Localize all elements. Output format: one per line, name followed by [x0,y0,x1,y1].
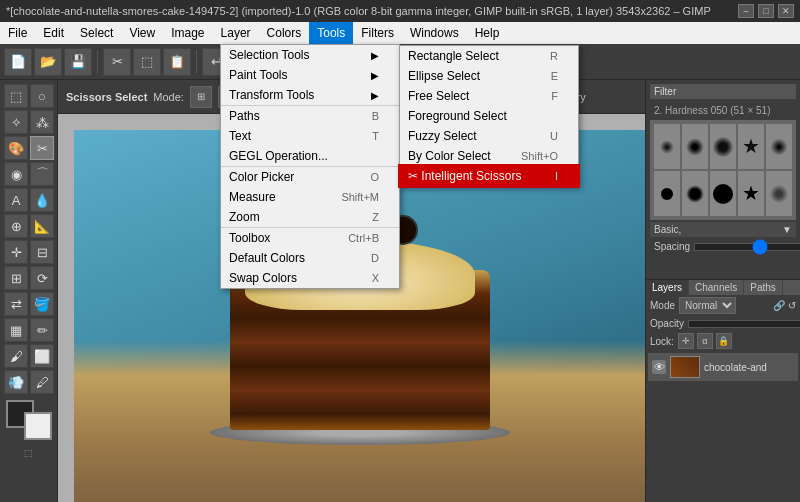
submenu-fuzzy-select[interactable]: Fuzzy Select U [400,126,578,146]
menu-filters[interactable]: Filters [353,22,402,44]
tool-align[interactable]: ⊟ [30,240,54,264]
submenu-foreground-select[interactable]: Foreground Select [400,106,578,126]
menu-tools[interactable]: Tools [309,22,353,44]
tool-text[interactable]: A [4,188,28,212]
menu-colors[interactable]: Colors [259,22,310,44]
tab-paths[interactable]: Paths [744,280,783,295]
tool-fuzzy-select[interactable]: ⁂ [30,110,54,134]
brush-item-6[interactable] [654,171,680,216]
brush-item-1[interactable] [654,124,680,169]
tool-ellipse-select[interactable]: ○ [30,84,54,108]
tool-eraser[interactable]: ⬜ [30,344,54,368]
toolbar-paste[interactable]: 📋 [163,48,191,76]
tools-gegl[interactable]: GEGL Operation... [221,146,399,166]
tool-zoom[interactable]: ⊕ [4,214,28,238]
menu-layer[interactable]: Layer [213,22,259,44]
lock-all[interactable]: 🔒 [716,333,732,349]
tools-text[interactable]: Text T [221,126,399,146]
toolbar-cut[interactable]: ✂ [103,48,131,76]
brush-item-9[interactable] [738,171,764,216]
tools-default-colors[interactable]: Default Colors D [221,248,399,268]
submenu-rectangle-select[interactable]: Rectangle Select R [400,46,578,66]
tool-move[interactable]: ✛ [4,240,28,264]
right-panel: Filter 2. Hardness 050 (51 × 51) Basic, … [645,80,800,502]
brush-item-7[interactable] [682,171,708,216]
layer-opacity-row: Opacity 100.0 [646,316,800,331]
tool-free-select[interactable]: ⟡ [4,110,28,134]
menu-view[interactable]: View [121,22,163,44]
submenu-free-select[interactable]: Free Select F [400,86,578,106]
tools-paths[interactable]: Paths B [221,105,399,126]
tab-layers[interactable]: Layers [646,280,689,295]
tool-rect-select[interactable]: ⬚ [4,84,28,108]
toolbar-sep-2 [196,50,197,74]
brush-item-4[interactable] [738,124,764,169]
basic-row: Basic, ▼ [650,222,796,237]
tool-paths[interactable]: ⌒ [30,162,54,186]
tool-scissors[interactable]: ✂ [30,136,54,160]
tools-zoom[interactable]: Zoom Z [221,207,399,227]
menu-help[interactable]: Help [467,22,508,44]
mode-replace[interactable]: ⊞ [190,86,212,108]
tools-color-picker[interactable]: Color Picker O [221,166,399,187]
brush-item-10[interactable] [766,171,792,216]
menu-windows[interactable]: Windows [402,22,467,44]
submenu-by-color-select[interactable]: By Color Select Shift+O [400,146,578,166]
maximize-button[interactable]: □ [758,4,774,18]
toolbar-new[interactable]: 📄 [4,48,32,76]
submenu-intelligent-scissors[interactable]: ✂ Intelligent Scissors I [400,166,578,186]
tool-airbrush[interactable]: 💨 [4,370,28,394]
tool-by-color[interactable]: 🎨 [4,136,28,160]
brush-item-5[interactable] [766,124,792,169]
layer-visibility-toggle[interactable]: 👁 [652,360,666,374]
layer-lock-row: Lock: ✛ α 🔒 [646,331,800,351]
spacing-slider[interactable] [694,243,800,251]
menu-image[interactable]: Image [163,22,212,44]
tool-pencil[interactable]: ✏ [30,318,54,342]
tool-grid: ⬚ ○ ⟡ ⁂ 🎨 ✂ ◉ ⌒ A 💧 ⊕ 📐 ✛ ⊟ ⊞ ⟳ ⇄ 🪣 ▦ ✏ … [4,84,53,394]
filter-label: Filter [654,86,676,97]
tool-bucket[interactable]: 🪣 [30,292,54,316]
toolbar-copy[interactable]: ⬚ [133,48,161,76]
opacity-slider[interactable] [688,320,800,328]
layer-mode-row: Mode Normal 🔗 ↺ [646,295,800,316]
menu-edit[interactable]: Edit [35,22,72,44]
tools-swap-colors[interactable]: Swap Colors X [221,268,399,288]
hardness-label: 2. Hardness 050 (51 × 51) [650,103,796,118]
tool-transform[interactable]: ⟳ [30,266,54,290]
tool-crop[interactable]: ⊞ [4,266,28,290]
lock-alpha[interactable]: α [697,333,713,349]
tool-gradient[interactable]: ▦ [4,318,28,342]
tools-measure[interactable]: Measure Shift+M [221,187,399,207]
tool-fg-select[interactable]: ◉ [4,162,28,186]
close-button[interactable]: ✕ [778,4,794,18]
menu-select[interactable]: Select [72,22,121,44]
tool-brush[interactable]: 🖌 [4,344,28,368]
minimize-button[interactable]: – [738,4,754,18]
brush-grid [650,120,796,220]
background-color[interactable] [24,412,52,440]
tools-transform-tools[interactable]: Transform Tools ▶ [221,85,399,105]
brush-item-2[interactable] [682,124,708,169]
layer-mode-select[interactable]: Normal [679,297,736,314]
tool-color-picker[interactable]: 💧 [30,188,54,212]
brush-item-8[interactable] [710,171,736,216]
tools-selection-tools[interactable]: Selection Tools ▶ Rectangle Select R Ell… [221,45,399,65]
basic-label: Basic, [654,224,681,235]
tool-flip[interactable]: ⇄ [4,292,28,316]
tools-paint-tools[interactable]: Paint Tools ▶ [221,65,399,85]
submenu-ellipse-select[interactable]: Ellipse Select E [400,66,578,86]
selection-submenu: Rectangle Select R Ellipse Select E Free… [399,45,579,187]
toolbar-open[interactable]: 📂 [34,48,62,76]
toolbar-save[interactable]: 💾 [64,48,92,76]
tool-measure[interactable]: 📐 [30,214,54,238]
menu-file[interactable]: File [0,22,35,44]
tool-mode-label: ⬚ [4,448,53,458]
layer-item-1[interactable]: 👁 chocolate-and [648,353,798,381]
brushes-panel: Filter 2. Hardness 050 (51 × 51) Basic, … [646,80,800,280]
brush-item-3[interactable] [710,124,736,169]
lock-position[interactable]: ✛ [678,333,694,349]
tools-toolbox[interactable]: Toolbox Ctrl+B [221,227,399,248]
tab-channels[interactable]: Channels [689,280,744,295]
tool-ink[interactable]: 🖊 [30,370,54,394]
